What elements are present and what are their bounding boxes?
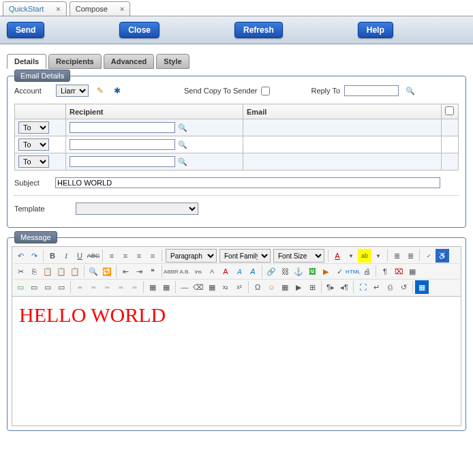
underline-icon[interactable]: U — [73, 249, 87, 263]
style3-icon[interactable]: ⎓ — [100, 280, 114, 294]
recipient-input[interactable] — [70, 122, 175, 133]
search-icon[interactable]: 🔍 — [178, 140, 187, 149]
media2-icon[interactable]: ▶ — [292, 280, 305, 294]
sup-icon[interactable]: x² — [232, 280, 246, 294]
accessibility-icon[interactable]: ♿ — [436, 249, 449, 263]
align-right-icon[interactable]: ≡ — [132, 249, 146, 263]
recipient-input[interactable] — [70, 156, 175, 167]
indent-icon[interactable]: ⇥ — [132, 265, 146, 278]
replace-icon[interactable]: 🔁 — [100, 265, 114, 278]
layer-back-icon[interactable]: ▭ — [27, 280, 41, 294]
bold-icon[interactable]: B — [46, 249, 59, 263]
nonbreak-icon[interactable]: ↵ — [369, 280, 383, 294]
chevron-down-icon[interactable]: ▼ — [344, 249, 358, 263]
strikethrough-icon[interactable]: ABC — [87, 249, 100, 263]
chevron-down-icon[interactable]: ▼ — [371, 249, 385, 263]
italic-icon[interactable]: I — [59, 249, 73, 263]
redo-icon[interactable]: ↷ — [27, 249, 41, 263]
print-icon[interactable]: 🖨 — [360, 265, 373, 278]
html-icon[interactable]: HTML — [346, 265, 360, 278]
style5-icon[interactable]: ⎓ — [127, 280, 141, 294]
tab-compose[interactable]: Compose × — [70, 1, 131, 16]
send-copy-checkbox[interactable] — [261, 87, 270, 95]
template-select[interactable] — [76, 203, 198, 215]
unlink-icon[interactable]: ⛓ — [278, 265, 292, 278]
undo-icon[interactable]: ↶ — [14, 249, 27, 263]
number-list-icon[interactable]: ≣ — [403, 249, 417, 263]
select-all-checkbox[interactable] — [445, 106, 454, 115]
layer-fwd-icon[interactable]: ▭ — [41, 280, 55, 294]
media-icon[interactable]: ▶ — [319, 265, 333, 278]
outdent-icon[interactable]: ⇤ — [119, 265, 132, 278]
ltr2-icon[interactable]: ¶▸ — [324, 280, 337, 294]
abs-icon[interactable]: ▭ — [55, 280, 68, 294]
emotions-icon[interactable]: ☺ — [264, 280, 278, 294]
visualchars-icon[interactable]: ▦ — [205, 280, 219, 294]
cut-icon[interactable]: ✂ — [14, 265, 27, 278]
align-left-icon[interactable]: ≡ — [105, 249, 119, 263]
subject-input[interactable] — [55, 177, 440, 188]
xhtml-icon[interactable]: ⌧ — [392, 265, 406, 278]
copy-icon[interactable]: ⎘ — [27, 265, 41, 278]
del-icon[interactable]: ins — [192, 265, 205, 278]
style2-icon[interactable]: ⎓ — [87, 280, 100, 294]
image-icon[interactable]: 🖼 — [305, 265, 319, 278]
table2-icon[interactable]: ▦ — [159, 280, 173, 294]
layer-icon[interactable]: ▭ — [14, 280, 27, 294]
fullpage-icon[interactable]: ▦ — [415, 280, 429, 294]
font-size-select[interactable]: Font Size — [273, 249, 324, 263]
blockquote-icon[interactable]: ❝ — [146, 265, 159, 278]
tab-recipients[interactable]: Recipients — [48, 54, 102, 69]
reply-to-input[interactable] — [344, 85, 399, 96]
search-icon[interactable]: 🔍 — [178, 123, 187, 132]
template-icon[interactable]: ▦ — [406, 265, 419, 278]
attrib-icon[interactable]: A — [205, 265, 219, 278]
ltr-icon[interactable]: ¶ — [378, 265, 392, 278]
cleanup-icon[interactable]: ✓ — [333, 265, 346, 278]
close-icon[interactable]: × — [56, 5, 60, 13]
iespell-icon[interactable]: ▦ — [278, 280, 292, 294]
text-color-icon[interactable]: A — [331, 249, 344, 263]
font-family-select[interactable]: Font Family — [219, 249, 271, 263]
refresh-button[interactable]: Refresh — [234, 22, 283, 38]
anchor-icon[interactable]: ⚓ — [292, 265, 305, 278]
editor-body[interactable]: HELLO WORLD — [12, 297, 461, 426]
style1-icon[interactable]: ⎓ — [73, 280, 87, 294]
pagebreak-icon[interactable]: ⎙ — [383, 280, 397, 294]
paste-icon[interactable]: 📋 — [41, 265, 55, 278]
align-justify-icon[interactable]: ≡ — [146, 249, 159, 263]
bullet-list-icon[interactable]: ≣ — [390, 249, 403, 263]
close-button[interactable]: Close — [119, 22, 159, 38]
hr-icon[interactable]: — — [178, 280, 192, 294]
help-button[interactable]: Help — [358, 22, 393, 38]
paragraph-select[interactable]: Paragraph — [166, 249, 217, 263]
new-account-icon[interactable]: ✱ — [112, 85, 123, 96]
tab-advanced[interactable]: Advanced — [104, 54, 155, 69]
sub-icon[interactable]: x₂ — [219, 280, 232, 294]
type-select[interactable]: To — [18, 121, 49, 134]
table-icon[interactable]: ▦ — [146, 280, 159, 294]
tab-quickstart[interactable]: QuickStart × — [3, 1, 67, 16]
send-button[interactable]: Send — [7, 22, 44, 38]
acronym-icon[interactable]: A.B. — [178, 265, 192, 278]
paste-word-icon[interactable]: 📋 — [68, 265, 82, 278]
tab-details[interactable]: Details — [7, 54, 46, 69]
remove-format-icon[interactable]: ⌫ — [192, 280, 205, 294]
paste-text-icon[interactable]: 📋 — [55, 265, 68, 278]
cite-icon[interactable]: ABBR — [164, 265, 178, 278]
fullscreen-icon[interactable]: ⛶ — [356, 280, 369, 294]
search-icon[interactable]: 🔍 — [406, 87, 415, 95]
recipient-input[interactable] — [70, 139, 175, 150]
spellcheck-icon[interactable]: ✓ — [422, 249, 436, 263]
link-icon[interactable]: 🔗 — [264, 265, 278, 278]
type-select[interactable]: To — [18, 155, 49, 168]
clear-format-icon[interactable]: 𝘈 — [232, 265, 246, 278]
advhr-icon[interactable]: ⊞ — [305, 280, 319, 294]
style4-icon[interactable]: ⎓ — [114, 280, 127, 294]
type-select[interactable]: To — [18, 138, 49, 151]
styles-icon[interactable]: A — [246, 265, 260, 278]
account-select[interactable]: Liam — [56, 85, 89, 97]
search-icon[interactable]: 🔍 — [178, 158, 187, 166]
tab-style[interactable]: Style — [156, 54, 189, 69]
restore-icon[interactable]: ↺ — [397, 280, 410, 294]
